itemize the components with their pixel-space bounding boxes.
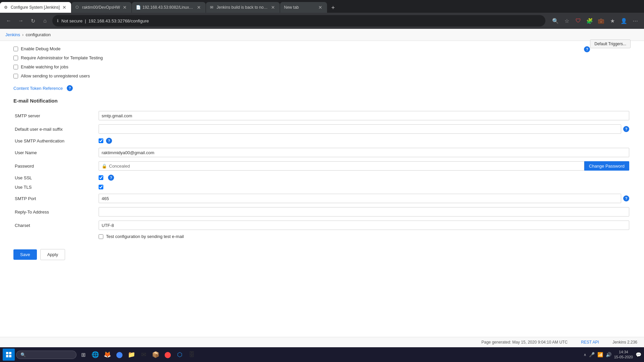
- tab-favicon-2: ⬡: [75, 5, 80, 10]
- password-row: Password 🔒 Concealed Change Password: [13, 159, 631, 173]
- test-config-label-cell: [13, 232, 97, 241]
- security-icon: ℹ: [57, 18, 59, 23]
- charset-input-cell: [97, 219, 631, 232]
- use-smtp-auth-checkbox[interactable]: [99, 138, 103, 143]
- use-ssl-checkbox[interactable]: [99, 175, 103, 180]
- smtp-port-label: SMTP Port: [13, 192, 97, 205]
- breadcrumb-jenkins[interactable]: Jenkins: [5, 32, 20, 37]
- password-concealed-text: Concealed: [109, 164, 130, 169]
- tab-new[interactable]: New tab ✕: [280, 2, 327, 13]
- smtp-port-input[interactable]: [99, 194, 621, 203]
- bookmark-btn[interactable]: ☆: [562, 16, 572, 25]
- forward-button[interactable]: →: [16, 16, 25, 25]
- taskbar-task-view[interactable]: ⊞: [78, 349, 89, 360]
- tab-linux-html[interactable]: 📄 192.168.43.53:8082/Linux.html ✕: [132, 2, 206, 13]
- taskbar-volume-icon[interactable]: 🔊: [606, 352, 611, 357]
- username-input[interactable]: [99, 148, 629, 157]
- reload-button[interactable]: ↻: [28, 16, 38, 25]
- taskbar-notification-icon[interactable]: 💬: [636, 352, 641, 357]
- username-input-cell: [97, 146, 631, 159]
- url-text: 192.168.43.53:32768/configure: [89, 18, 149, 23]
- breadcrumb-separator: ›: [22, 32, 23, 37]
- smtp-server-input[interactable]: [99, 111, 629, 120]
- password-wrapper: 🔒 Concealed: [99, 161, 584, 171]
- back-button[interactable]: ←: [4, 16, 13, 25]
- taskbar-files-icon[interactable]: 📁: [126, 349, 137, 360]
- taskbar-firefox-icon[interactable]: 🦊: [102, 349, 113, 360]
- taskbar-mic-icon[interactable]: 🎤: [589, 352, 595, 357]
- default-suffix-help-icon[interactable]: ?: [623, 126, 629, 132]
- footer-generated-label: Page generated:: [481, 340, 511, 345]
- tab-devopshw[interactable]: ⬡ raktim00/DevOpsHW ✕: [71, 2, 131, 13]
- menu-btn[interactable]: ⋯: [631, 16, 640, 25]
- footer-page-generated: Page generated: May 15, 2020 9:04:10 AM …: [481, 340, 568, 345]
- address-box[interactable]: ℹ Not secure | 192.168.43.53:32768/confi…: [52, 15, 545, 26]
- password-row-container: 🔒 Concealed Change Password: [99, 161, 629, 171]
- charset-input[interactable]: [99, 221, 629, 230]
- tab-bar: ⚙ Configure System [Jenkins] ✕ ⬡ raktim0…: [0, 0, 644, 13]
- reply-to-input[interactable]: [99, 207, 629, 217]
- default-triggers-help-icon[interactable]: ?: [584, 46, 590, 52]
- tab-title-5: New tab: [284, 5, 316, 10]
- address-text: Not secure | 192.168.43.53:32768/configu…: [61, 18, 149, 23]
- tab-jenkins-build[interactable]: ✉ Jenkins build is back to normal... ✕: [206, 2, 280, 13]
- change-password-button[interactable]: Change Password: [584, 161, 629, 171]
- extensions-btn[interactable]: 🧩: [585, 16, 594, 25]
- tab-close-2[interactable]: ✕: [122, 5, 127, 10]
- tab-configure-jenkins[interactable]: ⚙ Configure System [Jenkins] ✕: [0, 2, 71, 13]
- profile-btn[interactable]: 👤: [619, 16, 629, 25]
- taskbar-edge-icon[interactable]: 🌐: [90, 349, 101, 360]
- footer-rest-api[interactable]: REST API: [581, 340, 599, 345]
- tab-close-4[interactable]: ✕: [270, 5, 276, 10]
- email-notification-title: E-mail Notification: [13, 98, 631, 104]
- tab-close-1[interactable]: ✕: [62, 5, 67, 10]
- default-suffix-input[interactable]: [99, 124, 621, 134]
- taskbar-mail-icon[interactable]: ✉: [138, 349, 149, 360]
- tab-favicon-4: ✉: [210, 5, 215, 10]
- lock-icon: 🔒: [102, 164, 107, 169]
- save-button[interactable]: Save: [13, 249, 37, 260]
- use-ssl-row: Use SSL ?: [13, 173, 631, 183]
- taskbar-db-icon[interactable]: 🗄: [186, 349, 197, 360]
- taskbar-chrome-icon[interactable]: ⬤: [114, 349, 125, 360]
- use-smtp-auth-help-icon[interactable]: ?: [106, 138, 112, 144]
- tab-close-5[interactable]: ✕: [318, 5, 323, 10]
- apply-button[interactable]: Apply: [40, 249, 65, 260]
- use-tls-row: Use TLS: [13, 183, 631, 192]
- taskbar-search[interactable]: 🔍: [16, 351, 76, 359]
- wallet-btn[interactable]: 💼: [596, 16, 606, 25]
- enable-debug-mode-checkbox[interactable]: [13, 47, 18, 51]
- taskbar-clock[interactable]: 14:34 15-05-2020: [614, 350, 633, 360]
- taskbar-cube-icon[interactable]: 📦: [150, 349, 161, 360]
- content-token-link[interactable]: Content Token Reference: [13, 86, 63, 91]
- new-tab-button[interactable]: +: [329, 3, 338, 13]
- require-admin-checkbox[interactable]: [13, 56, 18, 60]
- taskbar-network-icon[interactable]: 📶: [597, 352, 603, 357]
- taskbar-tray-chevron[interactable]: ∧: [584, 353, 586, 357]
- brave-shield-btn[interactable]: 🛡: [574, 16, 583, 25]
- use-tls-checkbox[interactable]: [99, 185, 103, 189]
- email-form-table: SMTP server Default user e-mail suffix ?…: [13, 109, 631, 241]
- tab-title-3: 192.168.43.53:8082/Linux.html: [143, 5, 194, 10]
- bookmarks-btn[interactable]: ★: [608, 16, 617, 25]
- enable-watching-checkbox[interactable]: [13, 65, 18, 69]
- start-button[interactable]: [3, 349, 15, 361]
- tab-close-3[interactable]: ✕: [196, 5, 202, 10]
- breadcrumb: Jenkins › configuration: [0, 29, 644, 41]
- use-ssl-label: Use SSL: [13, 173, 97, 183]
- home-button[interactable]: ⌂: [40, 16, 50, 25]
- svg-rect-3: [9, 355, 11, 357]
- default-triggers-button[interactable]: Default Triggers...: [590, 40, 631, 48]
- test-config-checkbox[interactable]: [99, 234, 103, 239]
- username-label: User Name: [13, 146, 97, 159]
- smtp-server-row: SMTP server: [13, 109, 631, 122]
- taskbar-red-icon[interactable]: ⬤: [162, 349, 173, 360]
- smtp-port-help-icon[interactable]: ?: [623, 195, 629, 201]
- footer-version: Jenkins 2.236: [612, 340, 637, 345]
- content-token-help-icon[interactable]: ?: [67, 85, 73, 91]
- browser-chrome: ⚙ Configure System [Jenkins] ✕ ⬡ raktim0…: [0, 0, 644, 29]
- use-ssl-help-icon[interactable]: ?: [108, 175, 114, 181]
- taskbar-extra-icon[interactable]: ⬡: [174, 349, 185, 360]
- search-browser-btn[interactable]: 🔍: [551, 16, 560, 25]
- allow-sending-checkbox[interactable]: [13, 74, 18, 78]
